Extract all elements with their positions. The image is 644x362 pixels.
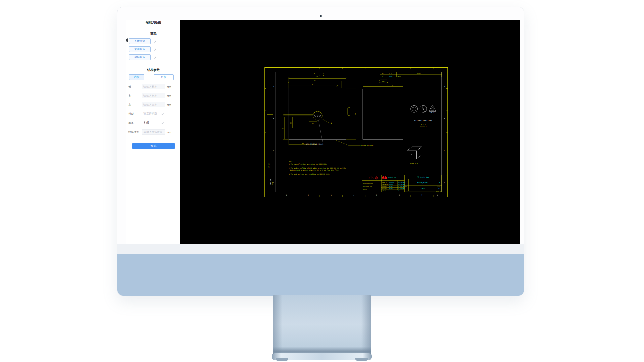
- svg-text:64: 64: [302, 143, 304, 144]
- tab-outer-diameter[interactable]: 外径: [154, 74, 174, 80]
- height-label: 高: [128, 103, 142, 107]
- length-unit: mm: [167, 85, 171, 88]
- width-input[interactable]: [142, 93, 165, 98]
- model-select-placeholder: 请选择模型: [143, 112, 157, 115]
- chevron-right-icon[interactable]: [153, 48, 156, 50]
- svg-text:XX: XX: [403, 184, 404, 185]
- svg-text:25: 25: [282, 128, 284, 130]
- params-form: 长 mm 宽 mm 高 mm 模型: [126, 84, 180, 135]
- svg-text:SHKE: SHKE: [421, 188, 425, 190]
- zipper-row: 拉链位置 mm: [128, 129, 180, 135]
- imac-chin: [117, 254, 524, 296]
- chevron-down-icon: [161, 121, 164, 124]
- svg-text:All Dimensions in mm: All Dimensions in mm: [382, 190, 395, 192]
- svg-text:C: C: [273, 150, 274, 151]
- length-label: 长: [128, 85, 142, 89]
- svg-text:Checked by: Checked by: [382, 184, 389, 185]
- svg-text:3(W4.5)X3(W6.5)X4.5: 3(W4.5)X3(W6.5)X4.5: [306, 143, 323, 145]
- chevron-right-icon[interactable]: [153, 40, 156, 42]
- model-row: 模型 请选择模型: [128, 111, 180, 116]
- svg-text:XX.Feb.XXXX: XX.Feb.XXXX: [398, 186, 405, 187]
- svg-text:XX X XXXXXXX XXXX: XX X XXXXXXX XXXX: [363, 186, 372, 187]
- product-button-3[interactable]: 塑料包装: [129, 54, 151, 60]
- svg-text:BCNE: BCNE: [272, 182, 273, 185]
- product-button-1[interactable]: 瓦楞纸箱: [129, 38, 151, 44]
- svg-text:PE plast. bag: PE plast. bag: [417, 176, 429, 178]
- stamp-icon: [411, 105, 418, 112]
- svg-text:B: B: [273, 118, 274, 119]
- svg-text:NO: NO: [382, 73, 383, 74]
- model-select[interactable]: 请选择模型: [142, 111, 165, 116]
- cad-viewport[interactable]: A B C D A B C D 1 2 3 4 5 6 7: [180, 20, 520, 244]
- zipper-label: 拉链位置: [128, 130, 142, 134]
- svg-text:B: B: [382, 76, 383, 77]
- chevron-down-icon: [161, 112, 164, 115]
- svg-text:3.The art work as per graphics: 3.The art work as per graphics no XXX-XX…: [289, 173, 330, 175]
- svg-text:XX.Feb.XXXX: XX.Feb.XXXX: [398, 188, 405, 189]
- svg-text:1.The specification according: 1.The specification according to XXXX-XX…: [289, 163, 327, 165]
- imac-foot: [276, 358, 288, 361]
- svg-text:XXXXX: XXXXX: [389, 186, 393, 187]
- svg-text:A: A: [273, 86, 274, 88]
- strip-select[interactable]: 常规: [142, 120, 165, 125]
- width-label: 宽: [128, 94, 142, 98]
- width-row: 宽 mm: [128, 93, 180, 98]
- svg-text:A3: A3: [438, 188, 440, 190]
- svg-text:6: 6: [399, 194, 400, 196]
- strip-row: 胶条 常规: [128, 120, 180, 125]
- svg-text:XXXXXXXX.XX%: XXXXXXXX.XX%: [388, 177, 396, 178]
- svg-text:Released: Released: [382, 188, 387, 189]
- preview-button[interactable]: 预览: [132, 143, 175, 149]
- svg-text:1 : 1: 1 : 1: [398, 190, 401, 192]
- svg-text:4: 4: [353, 194, 354, 196]
- length-input[interactable]: [142, 84, 165, 89]
- crossed-circle-icon: [420, 105, 427, 112]
- svg-text:35: 35: [290, 122, 292, 124]
- svg-text:Name: Name: [405, 186, 407, 187]
- height-input[interactable]: [142, 102, 165, 107]
- svg-text:1:5: 1:5: [402, 188, 404, 189]
- svg-text:XXXXX: XXXXX: [389, 76, 392, 77]
- svg-text:31: 31: [312, 84, 314, 85]
- svg-text:xx g: xx g: [317, 74, 320, 76]
- svg-text:MXXN VAL: MXXN VAL: [270, 179, 271, 185]
- registration-marks: C XO4C 1 S MXXN VAL BCNE: [267, 111, 273, 184]
- svg-text:C: C: [444, 150, 445, 151]
- svg-text:45: 45: [314, 80, 316, 82]
- company-logo: [382, 176, 387, 179]
- tab-inner-diameter[interactable]: 内径: [129, 74, 144, 80]
- svg-text:98: 98: [392, 85, 393, 86]
- left-view: xx g 86 45 31 97: [282, 73, 373, 146]
- svg-text:QTY: X: QTY: X: [421, 124, 426, 125]
- svg-text:SCALE 2:1: SCALE 2:1: [420, 126, 427, 128]
- zipper-input[interactable]: [142, 129, 165, 135]
- height-unit: mm: [167, 103, 171, 106]
- right-view: xx g 98: [363, 80, 403, 139]
- svg-text:B: B: [444, 118, 445, 119]
- svg-text:3: 3: [331, 194, 332, 196]
- diameter-tabs: 内径 外径: [129, 74, 178, 80]
- svg-text:nylon: nylon: [397, 76, 401, 77]
- svg-text:printed this side: printed this side: [361, 145, 374, 146]
- params-section-heading: 结构参数: [126, 68, 180, 72]
- svg-text:bottom part graphics shall be: bottom part graphics shall be XX ± X mm …: [290, 169, 339, 171]
- svg-text:XX XXXXXXX XXXXXXXX: XX XXXXXXX XXXXXXXX: [363, 187, 373, 189]
- imac-stand: [273, 295, 371, 354]
- screen: 智能刀版图 商品 瓦楞纸箱 彩印包装 塑料包装 结构参数 内径 外径: [126, 20, 520, 244]
- chevron-right-icon[interactable]: [153, 56, 156, 58]
- svg-text:5: 5: [376, 194, 377, 196]
- svg-text:XX XXXXX XX XXXXXXXX: XX XXXXX XX XXXXXXXX: [363, 181, 374, 183]
- svg-text:XX.Feb.XXXX: XX.Feb.XXXX: [398, 184, 405, 185]
- product-button-2[interactable]: 彩印包装: [129, 46, 151, 52]
- svg-text:A: A: [331, 122, 332, 124]
- svg-text:PE-LD: PE-LD: [431, 112, 435, 114]
- detail-circle: A 3(W4.5)X3(W6.5)X4.5: [306, 111, 332, 145]
- height-row: 高 mm: [128, 102, 180, 107]
- camera-dot: [320, 15, 322, 17]
- svg-text:97: 97: [355, 113, 357, 115]
- svg-text:86: 86: [316, 76, 318, 78]
- svg-text:D: D: [273, 182, 274, 184]
- svg-text:XXXXXXX: XXXXXXX: [389, 182, 394, 183]
- bezel-band: [117, 244, 524, 254]
- svg-text:2.The print quality DIN XX wit: 2.The print quality DIN XX with accordin…: [289, 167, 346, 169]
